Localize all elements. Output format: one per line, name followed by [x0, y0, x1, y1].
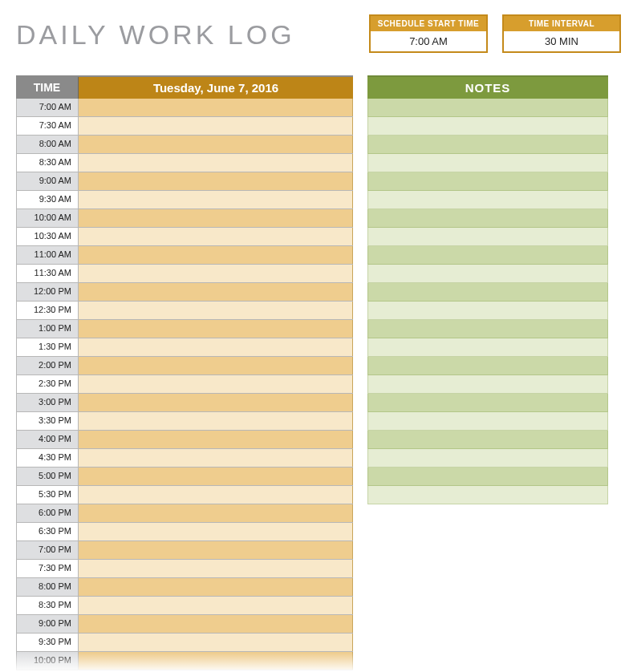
schedule-row: 2:00 PM — [16, 357, 353, 375]
schedule-entry-cell[interactable] — [79, 117, 353, 135]
schedule-time-cell: 4:30 PM — [16, 449, 79, 467]
config-start-time: SCHEDULE START TIME 7:00 AM — [369, 14, 488, 53]
config-interval: TIME INTERVAL 30 MIN — [502, 14, 621, 53]
notes-row[interactable] — [367, 394, 608, 412]
notes-row[interactable] — [367, 191, 608, 209]
schedule-row: 11:30 AM — [16, 265, 353, 283]
schedule-entry-cell[interactable] — [79, 99, 353, 116]
schedule-entry-cell[interactable] — [79, 302, 353, 319]
schedule-time-cell: 3:30 PM — [16, 412, 79, 430]
schedule-entry-cell[interactable] — [79, 597, 353, 614]
notes-row[interactable] — [367, 486, 608, 504]
schedule-time-cell: 5:30 PM — [16, 486, 79, 504]
schedule-entry-cell[interactable] — [79, 504, 353, 522]
schedule-time-cell: 9:00 PM — [16, 615, 79, 633]
schedule-entry-cell[interactable] — [79, 154, 353, 172]
schedule-entry-cell[interactable] — [79, 228, 353, 245]
schedule-time-cell: 8:30 PM — [16, 597, 79, 614]
schedule-time-cell: 5:00 PM — [16, 468, 79, 485]
schedule-row: 5:00 PM — [16, 468, 353, 486]
notes-row[interactable] — [367, 431, 608, 449]
notes-row[interactable] — [367, 320, 608, 338]
schedule-time-cell: 2:00 PM — [16, 357, 79, 374]
schedule-entry-cell[interactable] — [79, 265, 353, 282]
schedule-row: 6:00 PM — [16, 504, 353, 523]
schedule-entry-cell[interactable] — [79, 246, 353, 264]
schedule-time-cell: 10:00 PM — [16, 652, 79, 670]
schedule-time-cell: 11:00 AM — [16, 246, 79, 264]
schedule-entry-cell[interactable] — [79, 578, 353, 596]
schedule-time-cell: 9:00 AM — [16, 172, 79, 190]
schedule-table: TIME Tuesday, June 7, 2016 7:00 AM7:30 A… — [16, 75, 353, 670]
notes-row[interactable] — [367, 338, 608, 357]
notes-row[interactable] — [367, 154, 608, 172]
notes-row[interactable] — [367, 283, 608, 302]
schedule-row: 7:00 PM — [16, 541, 353, 560]
notes-row[interactable] — [367, 99, 608, 117]
schedule-entry-cell[interactable] — [79, 652, 353, 670]
schedule-entry-cell[interactable] — [79, 541, 353, 559]
schedule-row: 5:30 PM — [16, 486, 353, 504]
schedule-entry-cell[interactable] — [79, 136, 353, 153]
notes-row[interactable] — [367, 228, 608, 246]
schedule-time-cell: 11:30 AM — [16, 265, 79, 282]
schedule-row: 4:30 PM — [16, 449, 353, 468]
schedule-row: 6:30 PM — [16, 523, 353, 541]
schedule-entry-cell[interactable] — [79, 412, 353, 430]
schedule-row: 8:30 AM — [16, 154, 353, 172]
config-start-time-label: SCHEDULE START TIME — [371, 16, 486, 31]
schedule-time-cell: 7:00 PM — [16, 541, 79, 559]
notes-row[interactable] — [367, 357, 608, 375]
schedule-time-cell: 7:30 PM — [16, 560, 79, 577]
notes-row[interactable] — [367, 172, 608, 191]
notes-row[interactable] — [367, 246, 608, 265]
schedule-time-cell: 12:00 PM — [16, 283, 79, 301]
schedule-entry-cell[interactable] — [79, 338, 353, 356]
schedule-time-cell: 4:00 PM — [16, 431, 79, 448]
schedule-row: 7:30 AM — [16, 117, 353, 136]
schedule-time-cell: 1:30 PM — [16, 338, 79, 356]
schedule-entry-cell[interactable] — [79, 634, 353, 651]
schedule-entry-cell[interactable] — [79, 615, 353, 633]
schedule-row: 7:00 AM — [16, 99, 353, 117]
schedule-row: 8:30 PM — [16, 597, 353, 615]
notes-row[interactable] — [367, 209, 608, 228]
schedule-time-cell: 8:00 AM — [16, 136, 79, 153]
schedule-header-time: TIME — [16, 77, 79, 99]
schedule-entry-cell[interactable] — [79, 468, 353, 485]
schedule-entry-cell[interactable] — [79, 560, 353, 577]
schedule-row: 12:30 PM — [16, 302, 353, 320]
schedule-entry-cell[interactable] — [79, 172, 353, 190]
notes-row[interactable] — [367, 265, 608, 283]
schedule-entry-cell[interactable] — [79, 431, 353, 448]
schedule-time-cell: 7:00 AM — [16, 99, 79, 116]
schedule-entry-cell[interactable] — [79, 523, 353, 540]
schedule-entry-cell[interactable] — [79, 394, 353, 411]
notes-row[interactable] — [367, 412, 608, 431]
schedule-row: 1:00 PM — [16, 320, 353, 338]
schedule-row: 2:30 PM — [16, 375, 353, 394]
notes-row[interactable] — [367, 136, 608, 154]
notes-row[interactable] — [367, 468, 608, 486]
schedule-row: 3:30 PM — [16, 412, 353, 431]
notes-row[interactable] — [367, 302, 608, 320]
schedule-row: 9:00 PM — [16, 615, 353, 634]
notes-row[interactable] — [367, 117, 608, 136]
schedule-entry-cell[interactable] — [79, 320, 353, 338]
schedule-entry-cell[interactable] — [79, 486, 353, 504]
schedule-entry-cell[interactable] — [79, 449, 353, 467]
config-interval-value[interactable]: 30 MIN — [504, 31, 619, 51]
schedule-entry-cell[interactable] — [79, 209, 353, 227]
notes-row[interactable] — [367, 449, 608, 468]
schedule-time-cell: 9:30 PM — [16, 634, 79, 651]
schedule-entry-cell[interactable] — [79, 283, 353, 301]
schedule-time-cell: 9:30 AM — [16, 191, 79, 208]
schedule-entry-cell[interactable] — [79, 191, 353, 208]
notes-row[interactable] — [367, 375, 608, 394]
schedule-time-cell: 6:30 PM — [16, 523, 79, 540]
schedule-entry-cell[interactable] — [79, 357, 353, 374]
schedule-entry-cell[interactable] — [79, 375, 353, 393]
config-start-time-value[interactable]: 7:00 AM — [371, 31, 486, 51]
notes-panel: NOTES — [367, 75, 608, 504]
schedule-time-cell: 10:30 AM — [16, 228, 79, 245]
